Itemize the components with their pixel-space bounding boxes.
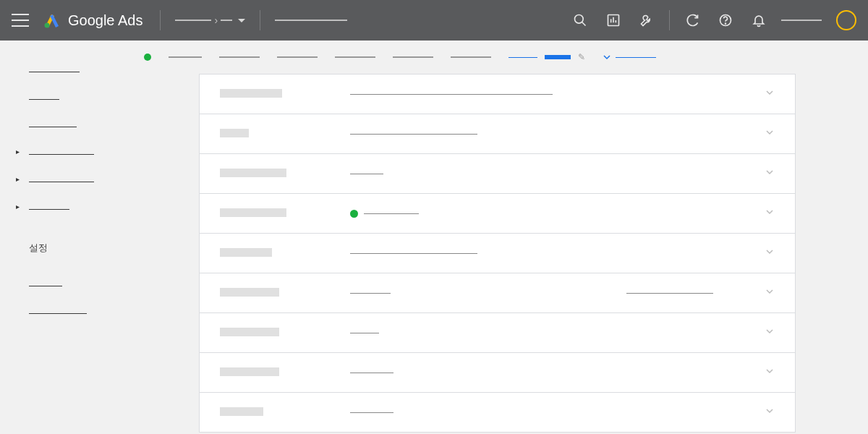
reports-icon[interactable] [605, 12, 621, 28]
setting-row[interactable] [200, 194, 795, 234]
expand-icon: ▸ [16, 148, 20, 156]
svg-point-0 [45, 23, 50, 28]
breadcrumb-item[interactable] [277, 56, 318, 58]
divider [669, 10, 670, 30]
header-tools-2 [684, 12, 767, 28]
content-area: ✎ [127, 41, 868, 434]
status-dot-icon [350, 210, 358, 218]
setting-label [220, 127, 350, 140]
sidebar-item[interactable] [0, 55, 127, 82]
avatar[interactable] [836, 10, 856, 30]
setting-label [220, 88, 350, 101]
breadcrumb-item[interactable] [451, 56, 491, 58]
sidebar-item-expandable[interactable]: ▸ [0, 165, 127, 192]
logo-area[interactable]: Google Ads [43, 12, 142, 29]
status-dot-icon [144, 54, 151, 61]
setting-value [350, 94, 775, 95]
divider [160, 10, 161, 30]
setting-row[interactable] [200, 234, 795, 273]
sidebar: ▸ ▸ ▸ 설정 [0, 41, 127, 434]
setting-label [220, 167, 350, 180]
sidebar-item-expandable[interactable]: ▸ [0, 137, 127, 165]
setting-label [220, 207, 350, 220]
breadcrumb-item[interactable] [335, 56, 375, 58]
header-user-area [781, 10, 856, 30]
hamburger-menu-icon[interactable] [12, 14, 29, 27]
account-selector[interactable]: › [175, 14, 245, 26]
expand-icon: ▸ [16, 203, 20, 210]
breadcrumb-bar: ✎ [127, 41, 868, 74]
setting-row[interactable] [200, 353, 795, 393]
setting-value [350, 412, 775, 413]
setting-row[interactable] [200, 313, 795, 353]
breadcrumb-item[interactable] [393, 56, 433, 58]
main-wrap: ▸ ▸ ▸ 설정 ✎ [0, 41, 868, 434]
breadcrumb-item-selected[interactable] [545, 55, 571, 59]
chevron-down-icon [765, 286, 775, 299]
sidebar-item-settings[interactable]: 설정 [0, 234, 127, 262]
setting-label [220, 326, 350, 339]
setting-label [220, 406, 350, 419]
chevron-down-icon [765, 406, 775, 419]
sidebar-item[interactable] [0, 110, 127, 137]
setting-row[interactable] [200, 273, 795, 313]
setting-value [350, 253, 775, 254]
chevron-down-icon [765, 207, 775, 220]
google-ads-logo-icon [43, 12, 61, 29]
chevron-down-icon [765, 366, 775, 379]
setting-value [350, 333, 775, 333]
breadcrumb-item[interactable] [169, 56, 202, 58]
refresh-icon[interactable] [684, 12, 700, 28]
setting-value [350, 134, 775, 135]
svg-point-8 [726, 23, 726, 24]
chevron-down-icon [765, 247, 775, 260]
dropdown-triangle-icon [238, 19, 245, 22]
sidebar-item[interactable] [0, 297, 127, 324]
breadcrumb-active-group: ✎ [509, 52, 585, 62]
breadcrumb-item[interactable] [219, 56, 260, 58]
chevron-down-icon [765, 167, 775, 180]
product-name: Google Ads [68, 12, 142, 29]
sidebar-item[interactable] [0, 269, 127, 297]
breadcrumb-item-active[interactable] [509, 57, 537, 58]
breadcrumb-more[interactable] [603, 53, 656, 61]
chevron-down-icon [765, 326, 775, 339]
expand-icon: ▸ [16, 175, 20, 183]
settings-panel [199, 74, 796, 433]
chevron-down-icon [765, 88, 775, 101]
tools-icon[interactable] [639, 12, 655, 28]
setting-label [220, 286, 350, 299]
sidebar-item[interactable] [0, 82, 127, 110]
chevron-down-icon [765, 127, 775, 140]
pencil-icon[interactable]: ✎ [578, 52, 585, 62]
account-path-ph2 [221, 20, 232, 21]
divider [260, 10, 260, 30]
user-label-ph [781, 20, 822, 21]
top-header: Google Ads › [0, 0, 868, 41]
setting-value [350, 174, 775, 174]
setting-row[interactable] [200, 154, 795, 194]
search-icon[interactable] [572, 12, 588, 28]
notifications-icon[interactable] [751, 12, 767, 28]
setting-row[interactable] [200, 393, 795, 432]
setting-label [220, 247, 350, 260]
header-tools [572, 12, 655, 28]
account-name-ph [275, 20, 347, 21]
setting-value [350, 210, 775, 218]
svg-line-2 [582, 22, 586, 26]
chevron-down-icon [603, 53, 611, 61]
setting-value [350, 373, 775, 373]
sidebar-item-expandable[interactable]: ▸ [0, 192, 127, 220]
help-icon[interactable] [718, 12, 733, 28]
setting-row[interactable] [200, 114, 795, 154]
svg-point-1 [575, 15, 584, 24]
setting-value-secondary [626, 293, 713, 294]
setting-label [220, 366, 350, 379]
account-path-ph [175, 20, 211, 21]
chevron-right-icon: › [214, 14, 218, 26]
setting-row[interactable] [200, 75, 795, 114]
